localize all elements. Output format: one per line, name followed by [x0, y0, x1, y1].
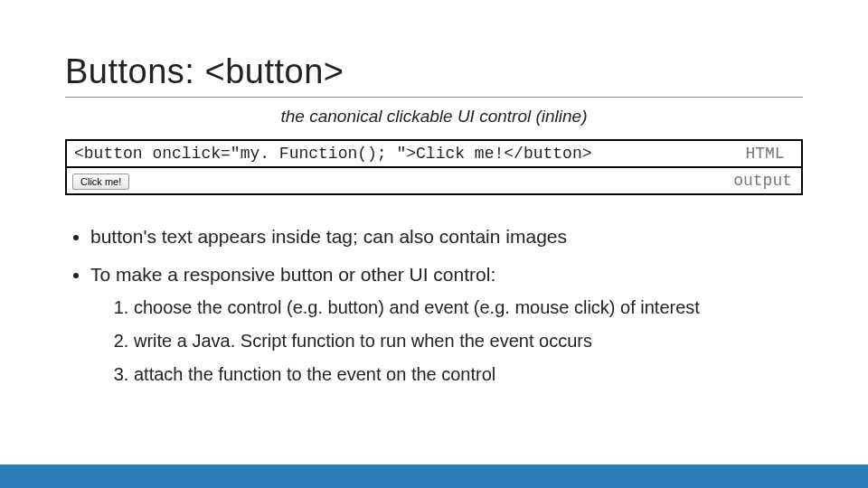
list-item: write a Java. Script function to run whe…: [134, 329, 803, 353]
steps-list: choose the control (e.g. button) and eve…: [90, 296, 803, 387]
slide-subtitle: the canonical clickable UI control (inli…: [65, 107, 803, 127]
code-output-label: output: [724, 168, 801, 193]
slide-title: Buttons: <button>: [65, 52, 803, 98]
code-output-row: Click me! output: [67, 168, 801, 193]
list-item: attach the function to the event on the …: [134, 362, 803, 387]
bottom-accent-bar: [0, 465, 868, 488]
list-item: To make a responsive button or other UI …: [90, 262, 803, 386]
code-box: <button onclick="my. Function(); ">Click…: [65, 139, 803, 195]
list-item: button's text appears inside tag; can al…: [90, 224, 803, 249]
code-html-label: HTML: [729, 141, 801, 166]
slide: Buttons: <button> the canonical clickabl…: [0, 0, 868, 488]
code-output-area: Click me!: [67, 170, 724, 192]
bullet-list: button's text appears inside tag; can al…: [65, 224, 803, 387]
list-item: choose the control (e.g. button) and eve…: [134, 296, 803, 320]
code-html-row: <button onclick="my. Function(); ">Click…: [67, 141, 801, 168]
bullet-text: To make a responsive button or other UI …: [90, 264, 495, 285]
code-html-line: <button onclick="my. Function(); ">Click…: [67, 141, 729, 166]
demo-click-button[interactable]: Click me!: [72, 174, 129, 190]
